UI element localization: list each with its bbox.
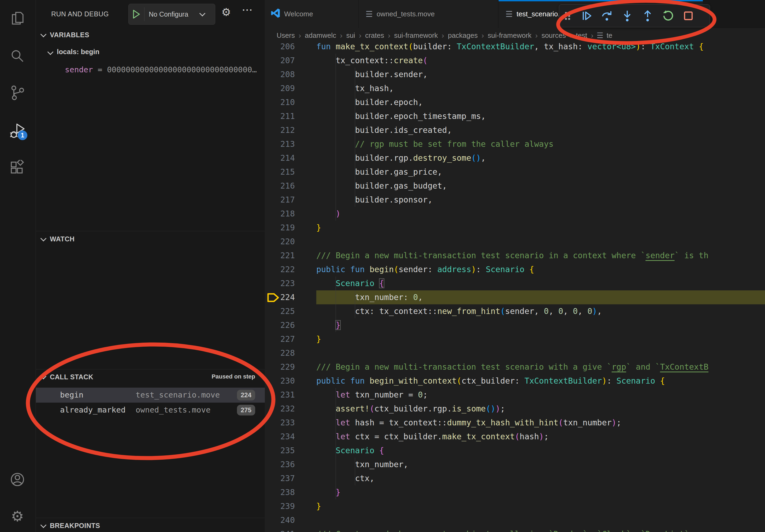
code-line-221[interactable]: 221/// Begin a new multi-transaction tes… <box>265 249 765 263</box>
call-stack-frame-already-marked[interactable]: already_marked owned_tests.move 275 <box>36 402 265 417</box>
account-icon[interactable] <box>10 472 25 487</box>
line-number[interactable]: 209 <box>265 82 295 95</box>
code-line-240[interactable]: 240 <box>265 513 765 527</box>
step-out-icon[interactable] <box>637 5 658 27</box>
line-number[interactable]: 214 <box>265 151 295 165</box>
code-line-229[interactable]: 229/// Begin a new multi-transaction tes… <box>265 360 765 374</box>
line-number[interactable]: 235 <box>265 443 295 457</box>
line-number[interactable]: 225 <box>265 304 295 318</box>
code-line-217[interactable]: 217 builder.sponsor, <box>265 193 765 207</box>
breadcrumb-item[interactable]: crates <box>365 31 384 40</box>
settings-gear-icon[interactable]: ⚙ <box>10 508 25 524</box>
code-editor[interactable]: 206fun make_tx_context(builder: TxContex… <box>265 43 765 532</box>
call-stack-section-header[interactable]: CALL STACK <box>41 373 93 381</box>
line-number[interactable]: 212 <box>265 123 295 137</box>
line-number[interactable]: 238 <box>265 485 295 499</box>
restart-icon[interactable] <box>658 5 678 27</box>
tab-owned-tests[interactable]: ☰ owned_tests.move <box>359 0 498 28</box>
start-debugging-icon[interactable] <box>129 7 145 21</box>
line-number[interactable]: 230 <box>265 374 295 388</box>
code-line-218[interactable]: 218 ) <box>265 207 765 221</box>
code-line-216[interactable]: 216 builder.gas_budget, <box>265 179 765 193</box>
code-line-241[interactable]: 241/// Creates and shares system objects… <box>265 527 765 532</box>
code-line-237[interactable]: 237 ctx, <box>265 471 765 485</box>
variables-section-header[interactable]: VARIABLES <box>41 31 89 39</box>
line-number[interactable]: 222 <box>265 263 295 276</box>
line-number[interactable]: 226 <box>265 318 295 332</box>
code-line-207[interactable]: 207 tx_context::create( <box>265 54 765 68</box>
line-number[interactable]: 219 <box>265 221 295 235</box>
extensions-icon[interactable] <box>10 160 25 175</box>
code-line-230[interactable]: 230public fun begin_with_context(ctx_bui… <box>265 374 765 388</box>
code-line-224[interactable]: 224 txn_number: 0, <box>265 290 765 304</box>
code-line-223[interactable]: 223 Scenario { <box>265 276 765 290</box>
breadcrumb-item[interactable]: sui-framework <box>394 31 438 40</box>
code-line-233[interactable]: 233 let hash = tx_context::dummy_tx_hash… <box>265 416 765 430</box>
line-number[interactable]: 211 <box>265 109 295 123</box>
code-line-220[interactable]: 220 <box>265 235 765 249</box>
code-line-235[interactable]: 235 Scenario { <box>265 443 765 457</box>
line-number[interactable]: 236 <box>265 457 295 471</box>
line-number[interactable]: 208 <box>265 68 295 82</box>
line-number[interactable]: 210 <box>265 95 295 109</box>
line-number[interactable]: 233 <box>265 416 295 430</box>
breadcrumb-item[interactable]: adamwelc <box>305 31 336 40</box>
line-number[interactable]: 234 <box>265 430 295 443</box>
step-into-icon[interactable] <box>617 5 637 27</box>
code-line-210[interactable]: 210 builder.epoch, <box>265 95 765 109</box>
line-number[interactable]: 239 <box>265 499 295 513</box>
code-line-215[interactable]: 215 builder.gas_price, <box>265 165 765 179</box>
variables-scope-row[interactable]: locals: begin <box>48 48 99 56</box>
line-number[interactable]: 206 <box>265 43 295 54</box>
stop-icon[interactable] <box>678 5 698 27</box>
code-line-231[interactable]: 231 let txn_number = 0; <box>265 388 765 402</box>
more-actions-icon[interactable]: ··· <box>242 5 253 15</box>
line-number[interactable]: 216 <box>265 179 295 193</box>
search-icon[interactable] <box>10 48 25 64</box>
code-line-211[interactable]: 211 builder.epoch_timestamp_ms, <box>265 109 765 123</box>
breadcrumb-item[interactable]: packages <box>448 31 478 40</box>
breadcrumb-item[interactable]: sources <box>541 31 566 40</box>
line-number[interactable]: 227 <box>265 332 295 346</box>
step-over-icon[interactable] <box>597 5 617 27</box>
breadcrumb-item[interactable]: sui <box>346 31 355 40</box>
explorer-icon[interactable] <box>10 11 25 26</box>
code-line-232[interactable]: 232 assert!(ctx_builder.rgp.is_some()); <box>265 402 765 416</box>
call-stack-frame-begin[interactable]: begin test_scenario.move 224 <box>36 388 265 402</box>
code-line-234[interactable]: 234 let ctx = ctx_builder.make_tx_contex… <box>265 430 765 443</box>
breadcrumb-item[interactable]: sui-framework <box>488 31 531 40</box>
line-number[interactable]: 229 <box>265 360 295 374</box>
breakpoints-section-header[interactable]: BREAKPOINTS <box>41 522 100 530</box>
breadcrumb-item[interactable]: test <box>576 31 587 40</box>
line-number[interactable]: 228 <box>265 346 295 360</box>
code-line-219[interactable]: 219} <box>265 221 765 235</box>
line-number[interactable]: 215 <box>265 165 295 179</box>
tab-welcome[interactable]: Welcome <box>265 0 359 28</box>
line-number[interactable]: 207 <box>265 54 295 68</box>
line-number[interactable]: 232 <box>265 402 295 416</box>
run-and-debug-icon[interactable]: 1 <box>10 123 25 138</box>
code-line-209[interactable]: 209 tx_hash, <box>265 82 765 95</box>
code-line-236[interactable]: 236 txn_number, <box>265 457 765 471</box>
toolbar-drag-grip[interactable] <box>559 5 576 27</box>
line-number[interactable]: 240 <box>265 513 295 527</box>
code-line-206[interactable]: 206fun make_tx_context(builder: TxContex… <box>265 43 765 54</box>
continue-icon[interactable] <box>576 5 597 27</box>
line-number[interactable]: 241 <box>265 527 295 532</box>
variable-row-sender[interactable]: sender = 0000000000000000000000000000000… <box>65 65 263 74</box>
line-number[interactable]: 213 <box>265 137 295 151</box>
line-number[interactable]: 218 <box>265 207 295 221</box>
code-line-226[interactable]: 226 } <box>265 318 765 332</box>
code-line-228[interactable]: 228 <box>265 346 765 360</box>
code-line-213[interactable]: 213 // rgp must be set from the caller a… <box>265 137 765 151</box>
line-number[interactable]: 237 <box>265 471 295 485</box>
breadcrumb-item[interactable]: te <box>607 31 612 40</box>
code-line-208[interactable]: 208 builder.sender, <box>265 68 765 82</box>
line-number[interactable]: 231 <box>265 388 295 402</box>
line-number[interactable]: 217 <box>265 193 295 207</box>
code-line-212[interactable]: 212 builder.ids_created, <box>265 123 765 137</box>
debug-settings-gear-icon[interactable]: ⚙ <box>222 6 231 18</box>
code-line-222[interactable]: 222public fun begin(sender: address): Sc… <box>265 263 765 276</box>
line-number[interactable]: 223 <box>265 276 295 290</box>
code-line-214[interactable]: 214 builder.rgp.destroy_some(), <box>265 151 765 165</box>
